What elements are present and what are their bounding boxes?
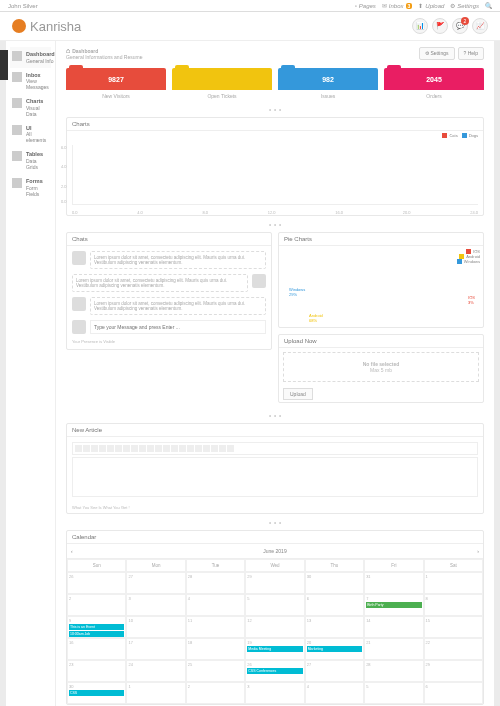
- cal-day-header: Sun: [67, 559, 126, 572]
- pie-panel: Pie Charts IOS Android Windows Windows29…: [278, 232, 484, 328]
- upload-button[interactable]: Upload: [283, 388, 313, 400]
- stat-issues[interactable]: 982Issues: [278, 68, 378, 99]
- logo[interactable]: Kanrisha: [12, 19, 81, 34]
- flag-icon[interactable]: 🚩: [432, 18, 448, 34]
- link-settings[interactable]: ⚙ Settings: [450, 2, 479, 9]
- cal-month: June 2019: [263, 548, 286, 554]
- nav-inbox[interactable]: InboxView Messages: [10, 68, 51, 95]
- stat-visitors[interactable]: 9827New Visitors: [66, 68, 166, 99]
- cal-cell[interactable]: 28: [364, 660, 423, 682]
- cal-cell[interactable]: 20Marketing: [305, 638, 364, 660]
- cal-cell[interactable]: 15: [424, 616, 483, 638]
- cal-cell[interactable]: 31: [364, 572, 423, 594]
- page-title: ⌂ DashboardGeneral Informations and Resu…: [66, 47, 142, 60]
- cal-cell[interactable]: 18: [186, 638, 245, 660]
- cal-prev[interactable]: ‹: [71, 548, 73, 554]
- cal-cell[interactable]: 1: [424, 572, 483, 594]
- cal-day-header: Sat: [424, 559, 483, 572]
- calendar-title: Calendar: [72, 534, 96, 540]
- chat-message: Lorem ipsum dolor sit amet, consectetu a…: [72, 251, 266, 269]
- cal-cell[interactable]: 8: [424, 594, 483, 616]
- cal-day-header: Fri: [364, 559, 423, 572]
- cal-cell[interactable]: 11: [186, 616, 245, 638]
- user-name[interactable]: John Silver: [8, 3, 38, 9]
- cal-cell[interactable]: 23: [67, 660, 126, 682]
- upload-title: Upload Now: [284, 338, 317, 344]
- chat-message: Lorem ipsum dolor sit amet, consectetu a…: [72, 297, 266, 315]
- chat-input[interactable]: [90, 320, 266, 334]
- chart-canvas: 6.0 4.0 2.0 0.0: [72, 145, 478, 205]
- cal-cell[interactable]: 4: [186, 594, 245, 616]
- cal-cell[interactable]: 13: [305, 616, 364, 638]
- cal-cell[interactable]: 29: [424, 660, 483, 682]
- charts-panel: Charts Cats Dogs 6.0 4.0 2.0 0.0 0.04.08…: [66, 117, 484, 216]
- link-upload[interactable]: ⬆ Upload: [418, 2, 444, 9]
- chats-title: Chats: [72, 236, 88, 242]
- nav-dashboard[interactable]: DashboardGeneral Info: [10, 47, 51, 68]
- cal-cell[interactable]: 3: [245, 682, 304, 704]
- cal-day-header: Tue: [186, 559, 245, 572]
- legend-cats-icon: [442, 133, 447, 138]
- avatar: [72, 251, 86, 265]
- upload-dropzone[interactable]: No file selectedMax 5 mb: [283, 352, 479, 382]
- avatar: [252, 274, 266, 288]
- editor-hint: What You See Is What You Get !: [67, 502, 483, 513]
- cal-next[interactable]: ›: [477, 548, 479, 554]
- cal-cell[interactable]: 2: [67, 594, 126, 616]
- link-inbox[interactable]: ✉ Inbox 3: [382, 2, 412, 9]
- cal-cell[interactable]: 7Birth Party: [364, 594, 423, 616]
- cal-cell[interactable]: 30CSS: [67, 682, 126, 704]
- settings-button[interactable]: ⚙ Settings: [419, 47, 454, 60]
- link-pages[interactable]: ▫ Pages: [355, 2, 376, 9]
- cal-cell[interactable]: 4: [305, 682, 364, 704]
- cal-cell[interactable]: 2: [186, 682, 245, 704]
- cal-cell[interactable]: 24: [126, 660, 185, 682]
- graph-icon[interactable]: 📈: [472, 18, 488, 34]
- cal-cell[interactable]: 10: [126, 616, 185, 638]
- forms-icon: [12, 178, 22, 188]
- editor-textarea[interactable]: [72, 457, 478, 497]
- cal-cell[interactable]: 26CSS Conferences: [245, 660, 304, 682]
- cal-cell[interactable]: 29: [245, 572, 304, 594]
- cal-cell[interactable]: 3: [126, 594, 185, 616]
- cal-cell[interactable]: 5: [364, 682, 423, 704]
- cal-cell[interactable]: 9This is an Event10:00am Job: [67, 616, 126, 638]
- cal-cell[interactable]: 17: [126, 638, 185, 660]
- pie-canvas: Windows29% IOS3% Android68%: [279, 267, 483, 327]
- help-button[interactable]: ? Help: [458, 47, 484, 60]
- nav-charts[interactable]: ChartsVisual Data: [10, 94, 51, 121]
- cal-cell[interactable]: 30: [305, 572, 364, 594]
- cal-cell[interactable]: 19Media Meeting: [245, 638, 304, 660]
- cal-cell[interactable]: 25: [186, 660, 245, 682]
- cal-cell[interactable]: 12: [245, 616, 304, 638]
- cal-cell[interactable]: 21: [364, 638, 423, 660]
- cal-cell[interactable]: 28: [186, 572, 245, 594]
- stats-row: 9827New Visitors Open Tickets 982Issues …: [66, 68, 484, 99]
- header-actions: 📊 🚩 💬2 📈: [412, 18, 488, 34]
- cal-cell[interactable]: 27: [305, 660, 364, 682]
- stat-tickets[interactable]: Open Tickets: [172, 68, 272, 99]
- nav-forms[interactable]: FormsForm Fields: [10, 174, 51, 201]
- cal-cell[interactable]: 1: [126, 682, 185, 704]
- main: ⌂ DashboardGeneral Informations and Resu…: [56, 41, 494, 706]
- cal-cell[interactable]: 22: [424, 638, 483, 660]
- search-icon[interactable]: 🔍: [485, 2, 492, 9]
- cal-cell[interactable]: 16: [67, 638, 126, 660]
- nav-ui[interactable]: UIAll elements: [10, 121, 51, 148]
- cal-cell[interactable]: 27: [126, 572, 185, 594]
- nav-tables[interactable]: TablesData Grids: [10, 147, 51, 174]
- stat-orders[interactable]: 2045Orders: [384, 68, 484, 99]
- side-handle[interactable]: [0, 50, 8, 80]
- cal-cell[interactable]: 26: [67, 572, 126, 594]
- cal-cell[interactable]: 14: [364, 616, 423, 638]
- stats-icon[interactable]: 📊: [412, 18, 428, 34]
- cal-cell[interactable]: 6: [424, 682, 483, 704]
- calendar-grid: SunMonTueWedThuFriSat2627282930311234567…: [67, 559, 483, 704]
- avatar: [72, 320, 86, 334]
- chat-icon[interactable]: 💬2: [452, 18, 468, 34]
- editor-toolbar[interactable]: [72, 442, 478, 455]
- logo-icon: [12, 19, 26, 33]
- article-title: New Article: [72, 427, 102, 433]
- cal-cell[interactable]: 5: [245, 594, 304, 616]
- cal-cell[interactable]: 6: [305, 594, 364, 616]
